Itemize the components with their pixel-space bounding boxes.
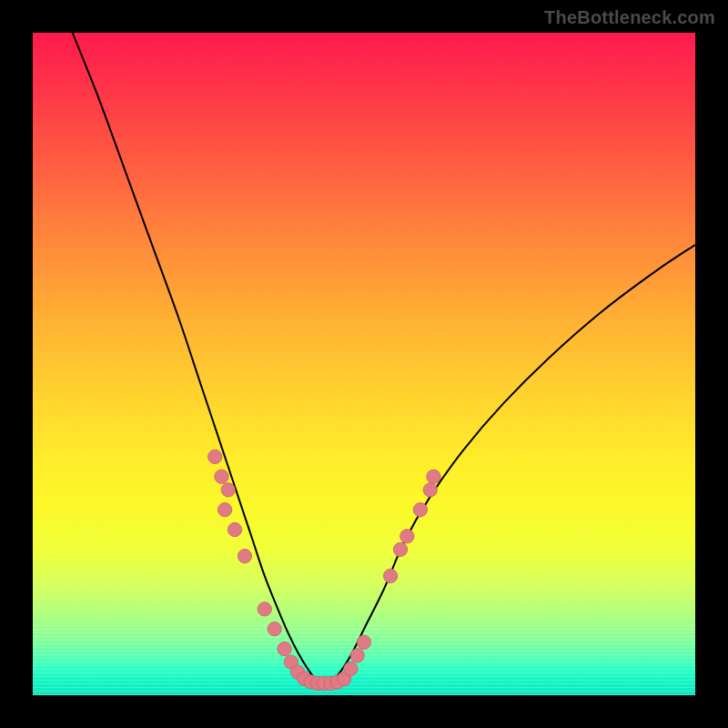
watermark-text: TheBottleneck.com (544, 7, 715, 28)
marker-point (423, 483, 437, 497)
marker-point (400, 530, 414, 543)
marker-point (344, 662, 358, 675)
marker-point (268, 622, 281, 636)
curve-left-curve (73, 33, 325, 685)
marker-point (413, 503, 427, 517)
curve-group (73, 33, 695, 685)
marker-point (221, 483, 235, 497)
marker-group (208, 450, 441, 690)
marker-point (383, 569, 397, 582)
curve-right-curve (324, 245, 695, 685)
marker-point (228, 522, 241, 536)
marker-point (350, 649, 364, 662)
marker-point (357, 635, 370, 649)
marker-point (278, 642, 291, 655)
marker-point (215, 470, 228, 483)
marker-point (427, 470, 440, 483)
chart-svg (33, 33, 695, 695)
marker-point (208, 450, 222, 463)
plot-area (33, 33, 695, 695)
chart-stage: TheBottleneck.com (0, 0, 728, 728)
marker-point (217, 503, 231, 517)
marker-point (238, 549, 251, 562)
marker-point (258, 602, 271, 616)
marker-point (393, 542, 407, 556)
